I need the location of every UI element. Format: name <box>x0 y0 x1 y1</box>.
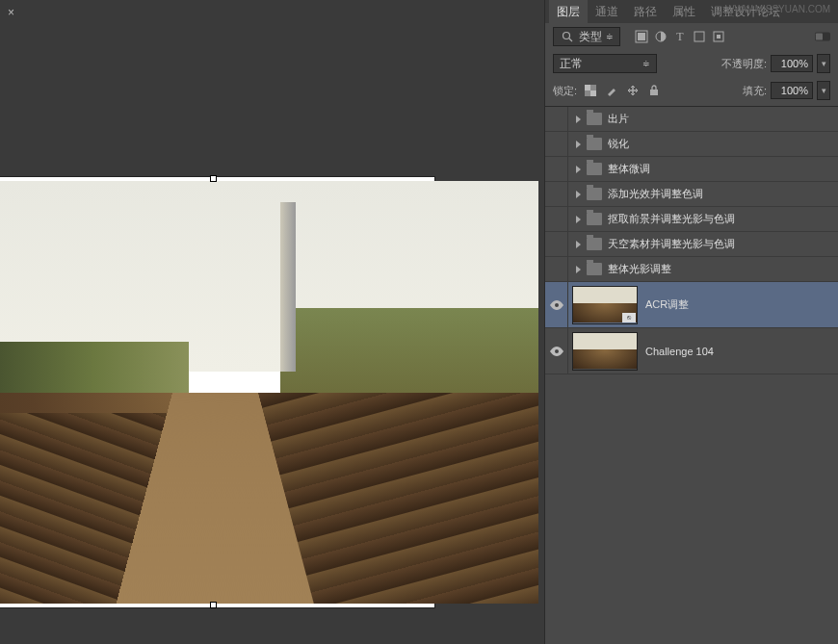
folder-icon <box>587 138 602 150</box>
eye-icon <box>550 215 563 224</box>
visibility-toggle[interactable] <box>545 232 568 256</box>
filter-smart-icon[interactable] <box>711 29 726 44</box>
disclosure-triangle-icon[interactable] <box>576 241 581 248</box>
layer-name: 添加光效并调整色调 <box>608 187 703 201</box>
layer-name: 天空素材并调整光影与色调 <box>608 237 735 251</box>
folder-icon <box>587 163 602 175</box>
visibility-toggle[interactable] <box>545 132 568 156</box>
svg-line-1 <box>569 39 572 41</box>
filter-pixel-icon[interactable] <box>634 29 649 44</box>
folder-icon <box>587 113 602 125</box>
svg-point-0 <box>563 33 570 39</box>
filter-toggle-switch[interactable] <box>815 29 830 44</box>
chevron-down-icon: ≑ <box>642 59 650 68</box>
fill-input[interactable]: 100% <box>771 82 813 99</box>
layer-name: 锐化 <box>608 137 629 151</box>
tab-layers[interactable]: 图层 <box>549 0 588 24</box>
layer-row[interactable]: Challenge 104 <box>545 328 838 374</box>
eye-icon <box>550 140 563 149</box>
folder-icon <box>587 238 602 250</box>
opacity-slider-toggle[interactable]: ▾ <box>817 54 830 73</box>
disclosure-triangle-icon[interactable] <box>576 141 581 148</box>
folder-icon <box>587 213 602 225</box>
svg-rect-11 <box>585 85 590 90</box>
close-document-button[interactable]: × <box>8 6 21 19</box>
tab-paths[interactable]: 路径 <box>626 0 665 24</box>
visibility-toggle[interactable] <box>545 328 568 374</box>
layer-name: 整体光影调整 <box>608 262 671 276</box>
folder-icon <box>587 188 602 200</box>
layer-group-row[interactable]: 添加光效并调整色调 <box>545 182 838 207</box>
layer-thumbnail[interactable] <box>572 332 638 371</box>
watermark: WWW.MISSYUAN.COM <box>725 4 830 14</box>
lock-label: 锁定: <box>553 84 577 98</box>
tab-properties[interactable]: 属性 <box>665 0 703 24</box>
layer-name: Challenge 104 <box>645 346 714 357</box>
opacity-input[interactable]: 100% <box>771 55 813 72</box>
disclosure-triangle-icon[interactable] <box>576 266 581 273</box>
layer-row[interactable]: ⎋ACR调整 <box>545 282 838 328</box>
svg-rect-5 <box>694 32 704 41</box>
opacity-label: 不透明度: <box>721 57 767 71</box>
tab-channels[interactable]: 通道 <box>588 0 626 24</box>
disclosure-triangle-icon[interactable] <box>576 166 581 173</box>
eye-icon <box>550 300 563 310</box>
visibility-toggle[interactable] <box>545 257 568 281</box>
visibility-toggle[interactable] <box>545 182 568 206</box>
layer-group-row[interactable]: 整体微调 <box>545 157 838 182</box>
layer-group-row[interactable]: 抠取前景并调整光影与色调 <box>545 207 838 232</box>
search-icon <box>560 29 575 44</box>
lock-position-icon[interactable] <box>625 83 641 98</box>
blend-row: 正常 ≑ 不透明度: 100% ▾ <box>545 50 838 77</box>
layer-group-row[interactable]: 天空素材并调整光影与色调 <box>545 232 838 257</box>
blend-mode-dropdown[interactable]: 正常 ≑ <box>553 54 657 73</box>
disclosure-triangle-icon[interactable] <box>576 191 581 198</box>
svg-rect-13 <box>650 90 658 95</box>
folder-icon <box>587 263 602 275</box>
svg-point-14 <box>555 303 559 307</box>
layer-thumbnail[interactable]: ⎋ <box>572 286 638 324</box>
filter-shape-icon[interactable] <box>692 29 707 44</box>
eye-icon <box>550 265 563 274</box>
canvas-image[interactable] <box>0 181 538 604</box>
eye-icon <box>550 347 563 356</box>
filter-type-icon[interactable]: T <box>672 29 688 44</box>
lock-pixels-icon[interactable] <box>604 83 619 98</box>
layer-group-row[interactable]: 锐化 <box>545 132 838 157</box>
eye-icon <box>550 115 563 124</box>
chevron-down-icon: ▾ <box>822 86 826 95</box>
eye-icon <box>550 190 563 199</box>
layer-name: ACR调整 <box>645 297 689 312</box>
fill-slider-toggle[interactable]: ▾ <box>817 81 830 100</box>
svg-rect-12 <box>590 90 596 96</box>
blend-mode-value: 正常 <box>560 56 583 72</box>
eye-icon <box>550 165 563 174</box>
lock-transparency-icon[interactable] <box>583 83 598 98</box>
layer-group-row[interactable]: 整体光影调整 <box>545 257 838 282</box>
filter-kind-label: 类型 <box>579 29 602 45</box>
filter-kind-dropdown[interactable]: 类型 ≑ <box>553 27 620 46</box>
layer-name: 出片 <box>608 112 629 126</box>
visibility-toggle[interactable] <box>545 282 568 327</box>
disclosure-triangle-icon[interactable] <box>576 216 581 223</box>
transform-handle-top[interactable] <box>210 175 217 182</box>
svg-rect-3 <box>638 33 645 40</box>
svg-rect-9 <box>816 33 823 39</box>
layer-group-row[interactable]: 出片 <box>545 107 838 132</box>
fill-label: 填充: <box>743 84 767 98</box>
layer-name: 整体微调 <box>608 162 650 176</box>
visibility-toggle[interactable] <box>545 107 568 131</box>
disclosure-triangle-icon[interactable] <box>576 116 581 123</box>
svg-rect-7 <box>717 35 720 39</box>
filter-row: 类型 ≑ T <box>545 23 838 50</box>
transform-handle-bottom[interactable] <box>210 602 217 608</box>
chevron-down-icon: ▾ <box>822 59 826 68</box>
chevron-down-icon: ≑ <box>606 32 614 41</box>
layers-panel: 图层 通道 路径 属性 调整设计论坛 WWW.MISSYUAN.COM 类型 ≑… <box>544 0 838 644</box>
filter-adjustment-icon[interactable] <box>653 29 668 44</box>
visibility-toggle[interactable] <box>545 157 568 181</box>
visibility-toggle[interactable] <box>545 207 568 231</box>
lock-all-icon[interactable] <box>646 83 662 98</box>
eye-icon <box>550 240 563 249</box>
lock-row: 锁定: 填充: 100% ▾ <box>545 77 838 104</box>
